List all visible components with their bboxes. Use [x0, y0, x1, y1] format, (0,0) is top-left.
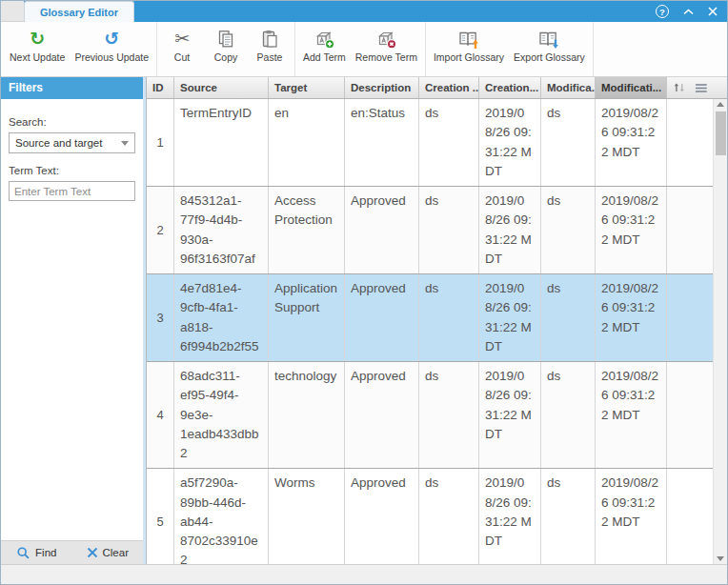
remove-term-button[interactable]: Remove Term [351, 22, 422, 76]
cell-creation-user[interactable]: ds [419, 274, 479, 361]
cell-creation-user[interactable]: ds [419, 99, 479, 186]
cell-creation-user[interactable]: ds [419, 187, 479, 273]
tab-label: Glossary Editor [40, 7, 118, 18]
table-row-4[interactable]: 4 68adc311-ef95-49f4-9e3e-1eadb433dbb2 t… [147, 362, 713, 469]
term-text-input[interactable] [9, 181, 135, 201]
cell-source[interactable]: 4e7d81e4-9cfb-4fa1-a818-6f994b2b2f55 [174, 274, 269, 361]
cell-modification-user[interactable]: ds [541, 187, 596, 273]
copy-button[interactable]: Copy [204, 22, 248, 76]
table-row-5[interactable]: 5 a5f7290a-89bb-446d-ab44-8702c33910e2 W… [147, 469, 713, 564]
find-label: Find [35, 547, 56, 558]
filters-panel: Filters Search: Source and target Term T… [1, 77, 143, 564]
scroll-up-icon[interactable] [717, 102, 724, 107]
cell-target[interactable]: technology [269, 362, 345, 468]
cell-source[interactable]: TermEntryID [174, 99, 269, 186]
cut-button[interactable]: ✂ Cut [160, 22, 204, 76]
cell-source[interactable]: 68adc311-ef95-49f4-9e3e-1eadb433dbb2 [174, 362, 269, 468]
cell-modification-user[interactable]: ds [541, 274, 596, 361]
header-creation-user[interactable]: Creation ... [419, 77, 479, 98]
find-clear-bar: Find Clear [1, 540, 143, 564]
cell-id[interactable]: 2 [147, 187, 174, 273]
paste-label: Paste [257, 51, 283, 64]
refresh-previous-icon: ↺ [104, 26, 119, 51]
header-target[interactable]: Target [269, 77, 345, 98]
remove-term-label: Remove Term [355, 51, 417, 64]
sort-icon[interactable] [673, 81, 685, 94]
cell-modification-date[interactable]: 2019/08/26 09:31:22 MDT [596, 469, 667, 564]
cell-modification-user[interactable]: ds [541, 362, 596, 468]
cell-modification-user[interactable]: ds [541, 99, 596, 186]
cell-modification-date[interactable]: 2019/08/26 09:31:22 MDT [596, 187, 667, 273]
find-button[interactable]: Find [1, 541, 72, 564]
paste-button[interactable]: Paste [248, 22, 292, 76]
header-modification-date[interactable]: Modificati... [596, 77, 667, 98]
clear-button[interactable]: Clear [72, 541, 144, 564]
previous-update-label: Previous Update [74, 51, 149, 64]
column-menu-icon[interactable] [696, 83, 707, 93]
table-row-1[interactable]: 1 TermEntryID en en:Status ds 2019/08/26… [147, 99, 713, 187]
grid-body: 1 TermEntryID en en:Status ds 2019/08/26… [147, 99, 727, 564]
cell-target[interactable]: Worms [269, 469, 345, 564]
glossary-grid: ID Source Target Description Creation ..… [146, 77, 727, 564]
cell-filler[interactable] [667, 469, 713, 564]
scissors-icon: ✂ [174, 26, 190, 51]
scroll-down-icon[interactable] [717, 556, 724, 561]
help-icon[interactable]: ? [656, 5, 669, 18]
add-term-button[interactable]: Add Term [298, 22, 351, 76]
book-export-icon [537, 26, 560, 51]
cell-modification-date[interactable]: 2019/08/26 09:31:22 MDT [596, 362, 667, 468]
book-import-icon [457, 26, 480, 51]
tab-glossary-editor[interactable]: Glossary Editor [24, 1, 134, 22]
header-description[interactable]: Description [345, 77, 419, 98]
cell-creation-user[interactable]: ds [419, 469, 479, 564]
cell-target[interactable]: en [269, 99, 345, 186]
cell-creation-date[interactable]: 2019/08/26 09:31:22 MDT [479, 99, 541, 186]
cell-description[interactable]: Approved [345, 469, 419, 564]
cell-creation-date[interactable]: 2019/08/26 09:31:22 MDT [479, 469, 541, 564]
import-glossary-button[interactable]: Import Glossary [429, 22, 509, 76]
cell-filler[interactable] [667, 187, 713, 273]
magnifier-icon [16, 546, 30, 560]
close-icon[interactable] [708, 7, 718, 16]
cell-description[interactable]: Approved [345, 362, 419, 468]
cell-target[interactable]: Access Protection [269, 187, 345, 273]
cell-creation-user[interactable]: ds [419, 362, 479, 468]
cell-source[interactable]: a5f7290a-89bb-446d-ab44-8702c33910e2 [174, 469, 269, 564]
header-source[interactable]: Source [174, 77, 269, 98]
cell-id[interactable]: 3 [147, 274, 174, 361]
table-row-2[interactable]: 2 845312a1-77f9-4d4b-930a-96f3163f07af A… [147, 187, 713, 274]
cell-modification-date[interactable]: 2019/08/26 09:31:22 MDT [596, 99, 667, 186]
cell-modification-date[interactable]: 2019/08/26 09:31:22 MDT [596, 274, 667, 361]
export-glossary-button[interactable]: Export Glossary [509, 22, 590, 76]
collapse-chevron-icon[interactable] [683, 9, 694, 15]
header-modification-user[interactable]: Modifica... [541, 77, 596, 98]
table-row-3-selected[interactable]: 3 4e7d81e4-9cfb-4fa1-a818-6f994b2b2f55 A… [147, 274, 713, 362]
cell-id[interactable]: 5 [147, 469, 174, 564]
cell-creation-date[interactable]: 2019/08/26 09:31:22 MDT [479, 362, 541, 468]
cell-source[interactable]: 845312a1-77f9-4d4b-930a-96f3163f07af [174, 187, 269, 273]
search-dropdown[interactable]: Source and target [9, 132, 135, 153]
cell-filler[interactable] [667, 362, 713, 468]
cell-filler[interactable] [667, 99, 713, 186]
cell-description[interactable]: en:Status [345, 99, 419, 186]
cell-description[interactable]: Approved [345, 187, 419, 273]
previous-update-button[interactable]: ↺ Previous Update [70, 22, 153, 76]
header-tools [667, 77, 713, 98]
search-dropdown-value: Source and target [15, 137, 102, 149]
header-id[interactable]: ID [147, 77, 174, 98]
cell-target[interactable]: Application Support [269, 274, 345, 361]
next-update-button[interactable]: ↻ Next Update [5, 22, 70, 76]
tab-bar-corner [1, 1, 24, 22]
cell-id[interactable]: 1 [147, 99, 174, 186]
cell-creation-date[interactable]: 2019/08/26 09:31:22 MDT [479, 274, 541, 361]
scrollbar-thumb[interactable] [716, 111, 726, 155]
clear-x-icon [87, 547, 98, 558]
cell-id[interactable]: 4 [147, 362, 174, 468]
cell-filler[interactable] [667, 274, 713, 361]
vertical-scrollbar[interactable] [713, 99, 727, 564]
cell-creation-date[interactable]: 2019/08/26 09:31:22 MDT [479, 187, 541, 273]
cell-description[interactable]: Approved [345, 274, 419, 361]
header-creation-date[interactable]: Creation... [479, 77, 541, 98]
cell-modification-user[interactable]: ds [541, 469, 596, 564]
titlebar-icons: ? [656, 1, 727, 22]
